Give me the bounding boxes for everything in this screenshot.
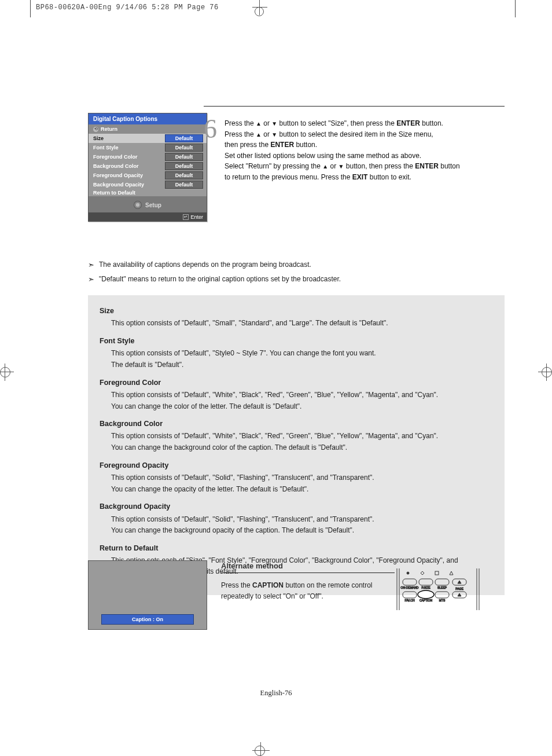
osd-row: Return to Default bbox=[89, 189, 207, 196]
t: or bbox=[263, 119, 271, 127]
option-line: You can change the color of the letter. … bbox=[111, 401, 493, 412]
svg-text:PAGE: PAGE bbox=[455, 587, 463, 590]
t: button bbox=[440, 162, 459, 170]
option-block: SizeThis option consists of "Default", "… bbox=[100, 306, 493, 329]
svg-rect-5 bbox=[435, 571, 439, 575]
t: Press the bbox=[221, 581, 252, 589]
osd-row: Font StyleDefault bbox=[89, 143, 207, 152]
step-text: Press the ▲ or ▼ button to select "Size"… bbox=[225, 118, 508, 183]
osd-row-label: Return to Default bbox=[92, 190, 203, 196]
svg-point-4 bbox=[407, 572, 409, 574]
crop-circle-top bbox=[255, 7, 264, 16]
svg-text:MTS: MTS bbox=[439, 599, 446, 602]
t: ENTER bbox=[396, 119, 420, 127]
option-line: You can change the opacity of the letter… bbox=[111, 484, 493, 495]
note-text: The availability of captions depends on … bbox=[99, 260, 311, 269]
t: ENTER bbox=[415, 162, 439, 170]
t: EXIT bbox=[352, 173, 368, 181]
arrow-up-icon: ▲ bbox=[256, 130, 262, 140]
gear-icon bbox=[134, 201, 142, 209]
t: Press the bbox=[225, 119, 256, 127]
option-block: Foreground OpacityThis option consists o… bbox=[100, 460, 493, 495]
enter-icon: ↵ bbox=[183, 214, 189, 220]
svg-rect-10 bbox=[435, 579, 449, 585]
osd-row: Background OpacityDefault bbox=[89, 180, 207, 189]
return-icon: ⟲ bbox=[93, 127, 98, 132]
option-line: This option consists of "Default", "Soli… bbox=[111, 514, 493, 525]
osd-title: Digital Caption Options bbox=[89, 113, 207, 124]
bullet-icon: ➣ bbox=[88, 260, 94, 269]
t: button to select the desired item in the… bbox=[279, 130, 433, 138]
option-line: This option consists of "Default", "Styl… bbox=[111, 348, 493, 359]
alt-rule bbox=[221, 572, 395, 573]
option-title: Background Color bbox=[100, 419, 493, 430]
osd-row-value: Default bbox=[165, 144, 203, 152]
crop-circle-bottom bbox=[255, 746, 265, 756]
option-block: Background OpacityThis option consists o… bbox=[100, 501, 493, 536]
osd-row-value: Default bbox=[165, 162, 203, 170]
option-line: You can change the background color of t… bbox=[111, 442, 493, 453]
osd-setup-bar: Setup bbox=[89, 196, 207, 212]
option-title: Foreground Color bbox=[100, 377, 493, 388]
osd-row-label: Foreground Color bbox=[92, 154, 165, 160]
option-line: This option consists of "Default", "Smal… bbox=[111, 318, 493, 329]
crop-circle-right bbox=[542, 367, 552, 377]
osd-return-label: Return bbox=[101, 126, 117, 132]
t: or bbox=[330, 162, 338, 170]
t: Press the bbox=[225, 130, 256, 138]
notes: ➣ The availability of captions depends o… bbox=[88, 260, 505, 289]
bullet-icon: ➣ bbox=[88, 275, 94, 284]
svg-rect-8 bbox=[419, 579, 433, 585]
osd-enter-label: Enter bbox=[190, 214, 203, 220]
osd-enter-hint: ↵ Enter bbox=[183, 214, 203, 220]
page-footer: English-76 bbox=[36, 689, 516, 698]
osd-row: Foreground ColorDefault bbox=[89, 152, 207, 162]
t: Select "Return" by pressing the bbox=[225, 162, 322, 170]
arrow-down-icon: ▼ bbox=[271, 119, 277, 129]
osd-row-value: Default bbox=[165, 181, 203, 189]
option-title: Background Opacity bbox=[100, 501, 493, 512]
svg-rect-16 bbox=[435, 592, 449, 598]
t: button to select "Size", then press the bbox=[279, 119, 397, 127]
t: button. bbox=[422, 119, 443, 127]
osd-row-value: Default bbox=[165, 134, 203, 142]
step-number: 6 bbox=[204, 113, 217, 144]
arrow-up-icon: ▲ bbox=[256, 119, 262, 129]
osd-row-label: Background Color bbox=[92, 163, 165, 169]
note-item: ➣ The availability of captions depends o… bbox=[88, 260, 505, 269]
osd-row-label: Size bbox=[92, 135, 165, 141]
arrow-up-icon: ▲ bbox=[322, 162, 328, 171]
svg-text:CAPTION: CAPTION bbox=[419, 599, 433, 602]
osd-row-value: Default bbox=[165, 153, 203, 161]
osd-body: ⟲ Return SizeDefaultFont StyleDefaultFor… bbox=[89, 124, 207, 221]
osd-row-label: Font Style bbox=[92, 145, 165, 151]
remote-illustration: ON-DEMAND P.SIZE SLEEP FAV.CH CAPTION MT… bbox=[395, 568, 481, 610]
osd-row-value: Default bbox=[165, 171, 203, 179]
note-text: "Default" means to return to the origina… bbox=[99, 275, 341, 284]
svg-rect-6 bbox=[403, 579, 417, 585]
option-title: Font Style bbox=[100, 336, 493, 347]
arrow-down-icon: ▼ bbox=[338, 162, 344, 171]
t: then press the bbox=[225, 141, 270, 149]
svg-text:SLEEP: SLEEP bbox=[437, 586, 447, 589]
svg-text:ON-DEMAND: ON-DEMAND bbox=[401, 586, 419, 589]
option-block: Font StyleThis option consists of "Defau… bbox=[100, 336, 493, 370]
t: button to exit. bbox=[370, 173, 411, 181]
osd-row: Foreground OpacityDefault bbox=[89, 171, 207, 180]
tv-caption-bar: Caption : On bbox=[101, 614, 194, 625]
crop-vert-left bbox=[30, 0, 31, 17]
option-title: Foreground Opacity bbox=[100, 460, 493, 471]
t: button. bbox=[296, 141, 317, 149]
t: to return to the previous menu. Press th… bbox=[225, 173, 352, 181]
osd-footer: ↵ Enter bbox=[89, 212, 207, 221]
osd-menu: Digital Caption Options ⟲ Return SizeDef… bbox=[88, 113, 207, 222]
osd-row: Background ColorDefault bbox=[89, 162, 207, 171]
alt-heading: Alternate method bbox=[221, 562, 395, 570]
option-block: Foreground ColorThis option consists of … bbox=[100, 377, 493, 412]
option-line: This option consists of "Default", "Soli… bbox=[111, 472, 493, 483]
osd-row-label: Foreground Opacity bbox=[92, 173, 165, 178]
option-line: The default is "Default". bbox=[111, 359, 493, 370]
svg-text:FAV.CH: FAV.CH bbox=[404, 599, 415, 602]
alternate-method: Alternate method Press the CAPTION butto… bbox=[221, 562, 395, 601]
print-header: BP68-00620A-00Eng 9/14/06 5:28 PM Page 7… bbox=[36, 3, 219, 12]
